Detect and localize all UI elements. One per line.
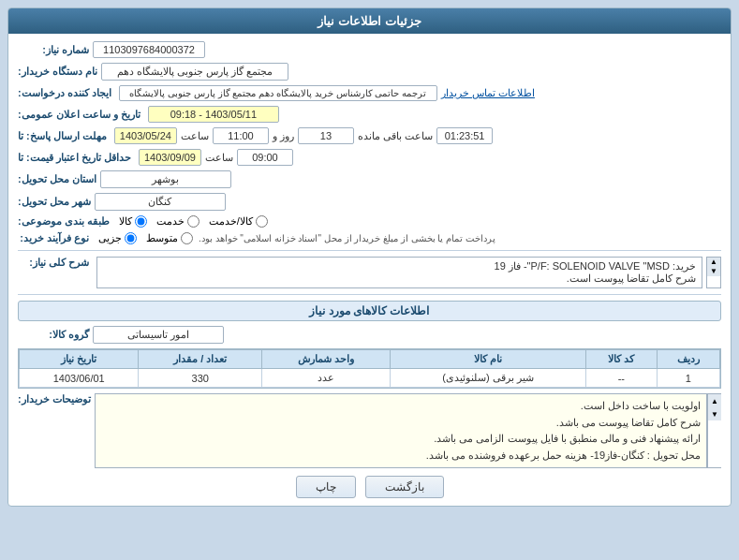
col-header-name: نام کالا: [391, 350, 586, 369]
goods-info-title: اطلاعات کالاهای مورد نیاز: [18, 301, 721, 321]
reference-number-value: 1103097684000372: [93, 41, 205, 58]
goods-group-label: گروه کالا:: [18, 329, 93, 341]
purchase-type-radio-group: متوسط جزیی: [98, 232, 193, 244]
category-option-goods-service[interactable]: کالا/خدمت: [209, 215, 268, 228]
back-button[interactable]: بازگشت: [365, 476, 444, 498]
col-header-quantity: تعداد / مقدار: [139, 350, 261, 369]
footer-buttons: بازگشت چاپ: [18, 476, 721, 498]
need-description-label: شرح کلی نیاز:: [18, 257, 93, 269]
col-header-row: ردیف: [657, 350, 720, 369]
buyer-name-label: نام دستگاه خریدار:: [18, 66, 101, 78]
spinner-up-btn[interactable]: ▲: [707, 258, 720, 267]
creator-label: ایجاد کننده درخواست:: [18, 87, 115, 99]
remaining-label: ساعت باقی مانده: [358, 130, 433, 142]
send-deadline-label: مهلت ارسال پاسخ: تا: [18, 130, 111, 142]
deadline-time: 11:00: [213, 127, 269, 144]
table-row: 1--شیر برقی (سلنوئیدی)عدد3301403/06/01: [20, 369, 720, 388]
description-spinner[interactable]: ▲ ▼: [706, 257, 721, 288]
header-title-text: جزئیات اطلاعات نیاز: [318, 14, 421, 28]
price-deadline-time: 09:00: [237, 149, 293, 166]
category-option-goods[interactable]: کالا: [119, 215, 147, 228]
table-cell-date: 1403/06/01: [20, 369, 139, 388]
time-label: ساعت: [181, 130, 209, 142]
note-line: ارائه پیشنهاد فنی و مالی منطبق با فایل پ…: [101, 431, 701, 448]
category-radio-goods-service[interactable]: [256, 215, 268, 228]
col-header-date: تاریخ نیاز: [20, 350, 139, 369]
deadline-date: 1403/05/24: [114, 127, 177, 144]
notes-scroll-down[interactable]: ▼: [708, 407, 721, 420]
table-cell-row: 1: [657, 369, 720, 388]
date-time-label: تاریخ و ساعت اعلان عمومی:: [18, 109, 144, 121]
purchase-type-option-medium[interactable]: متوسط: [146, 232, 193, 244]
buyer-notes-label: توضیحات خریدار:: [18, 393, 95, 405]
deadline-days: 13: [298, 127, 354, 144]
goods-table: ردیف کد کالا نام کالا واحد شمارش تعداد /…: [19, 349, 720, 388]
remaining-time: 01:23:51: [436, 127, 493, 144]
goods-table-container: ردیف کد کالا نام کالا واحد شمارش تعداد /…: [18, 348, 721, 389]
table-cell-unit: عدد: [261, 369, 390, 388]
buyer-name-value: مجتمع گاز پارس جنوبی پالایشگاه دهم: [101, 63, 288, 81]
table-cell-code: --: [586, 369, 657, 388]
purchase-type-radio-partial[interactable]: [125, 232, 137, 244]
purchase-type-note: پرداخت تمام یا بخشی از مبلغ خریدار از مح…: [199, 233, 495, 243]
category-label: طبقه بندی موضوعی:: [18, 215, 113, 228]
table-cell-name: شیر برقی (سلنوئیدی): [391, 369, 586, 388]
category-radio-goods[interactable]: [135, 215, 147, 228]
category-radio-group: کالا/خدمت خدمت کالا: [119, 215, 268, 228]
separator-1: [18, 250, 721, 251]
price-time-label: ساعت: [205, 152, 233, 164]
need-description-purchase: خرید: P/F: SOLENOID VALVE "MSD"- فاز 19: [103, 260, 696, 273]
need-description-note: شرح کامل تقاضا پیوست است.: [103, 273, 696, 285]
col-header-unit: واحد شمارش: [261, 350, 390, 369]
note-line: اولویت با ساخت داخل است.: [101, 398, 701, 415]
col-header-code: کد کالا: [586, 350, 657, 369]
creator-contact-link[interactable]: اطلاعات تماس خریدار: [441, 87, 535, 99]
print-button[interactable]: چاپ: [296, 476, 356, 498]
panel-title: جزئیات اطلاعات نیاز: [8, 8, 731, 34]
city-label: شهر محل تحویل:: [18, 196, 95, 208]
price-deadline-label: حداقل تاریخ اعتبار قیمت: تا: [18, 152, 135, 164]
buyer-notes-content: اولویت با ساخت داخل است.شرح کامل تقاضا پ…: [95, 393, 707, 468]
category-option-service[interactable]: خدمت: [156, 215, 200, 228]
spinner-down-btn[interactable]: ▼: [707, 267, 720, 276]
table-cell-quantity: 330: [139, 369, 261, 388]
category-radio-service[interactable]: [187, 215, 200, 228]
province-label: استان محل تحویل:: [18, 173, 100, 185]
goods-group-value: امور تاسیساتی: [93, 326, 224, 344]
notes-scroll-up[interactable]: ▲: [708, 394, 721, 407]
purchase-type-radio-medium[interactable]: [181, 232, 193, 244]
days-label: روز و: [273, 130, 294, 142]
price-deadline-date: 1403/09/09: [139, 149, 201, 166]
purchase-type-label: نوع فرآیند خرید:: [18, 232, 93, 244]
province-value: بوشهر: [100, 170, 231, 188]
creator-value: ترجمه حاتمی کارشناس خرید پالایشگاه دهم م…: [119, 85, 437, 101]
purchase-type-option-partial[interactable]: جزیی: [98, 232, 137, 244]
reference-number-label: شماره نیاز:: [18, 44, 93, 56]
date-time-value: 1403/05/11 - 09:18: [148, 106, 279, 123]
separator-2: [18, 294, 721, 295]
city-value: کنگان: [95, 193, 226, 211]
note-line: محل تحویل : کنگان-فاز19- هزینه حمل برعهد…: [101, 448, 701, 464]
note-line: شرح کامل تقاضا پیوست می باشد.: [101, 415, 701, 432]
